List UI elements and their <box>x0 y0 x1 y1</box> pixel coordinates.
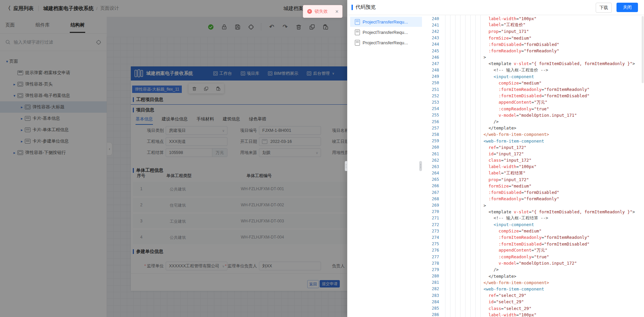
code-text: <template v-slot="{ formItemDisabled, fo… <box>443 61 635 66</box>
code-text: v-model="modelOption.input_171" <box>443 113 577 118</box>
line-number: 286 <box>424 312 443 317</box>
code-line: 258 </web-form-item-component> <box>424 131 642 138</box>
code-text: v-model="modelOption.input_172" <box>443 261 577 266</box>
code-line: 268 :formReadonly="formReadonly" <box>424 196 642 202</box>
line-number: 284 <box>424 300 443 304</box>
code-text: <input-component <box>443 222 534 227</box>
line-number: 283 <box>424 293 443 298</box>
line-number: 258 <box>424 132 443 137</box>
scrollbar[interactable] <box>642 16 644 83</box>
code-line: 285 class="select_29" <box>424 305 642 311</box>
code-line: 247 <template v-slot="{ formItemDisabled… <box>424 60 642 67</box>
code-text: > <box>443 203 486 208</box>
code-line: 244 :formDisabled="formDisabled" <box>424 41 642 48</box>
file-item[interactable]: ProjectTransferRequ... <box>350 27 422 37</box>
line-number: 260 <box>424 145 443 150</box>
line-number: 277 <box>424 255 443 259</box>
line-number: 249 <box>424 74 443 79</box>
code-line: 282 <web-form-item-component <box>424 286 642 292</box>
code-text: compSize="medium" <box>443 81 542 86</box>
code-line: 266 formSize="medium" <box>424 183 642 189</box>
code-text: id="input_172" <box>443 151 524 156</box>
close-button[interactable]: 关闭 <box>616 3 638 12</box>
code-line: 286 label-width="100px" <box>424 312 642 317</box>
line-number: 257 <box>424 126 443 130</box>
line-number: 254 <box>424 106 443 111</box>
code-line: 281 </web-form-item-component> <box>424 279 642 286</box>
line-number: 253 <box>424 100 443 105</box>
line-number: 269 <box>424 203 443 208</box>
code-lines: 240 label-width="100px"241 label="工程造价"2… <box>424 15 642 317</box>
line-number: 274 <box>424 235 443 240</box>
code-line: 251 :formItemReadonly="formItemReadonly" <box>424 86 642 93</box>
line-number: 263 <box>424 164 443 169</box>
code-line: 261 id="input_172" <box>424 151 642 157</box>
drawer-title: 代码预览 <box>356 4 376 10</box>
code-line: 250 compSize="medium" <box>424 80 642 86</box>
line-number: 266 <box>424 183 443 188</box>
code-text: label-width="100px" <box>443 312 536 317</box>
code-line: 246 > <box>424 54 642 60</box>
code-editor[interactable]: 240 label-width="100px"241 label="工程造价"2… <box>424 15 642 317</box>
line-number: 240 <box>424 16 443 21</box>
code-line: 256 /> <box>424 118 642 125</box>
code-text: class="select_29" <box>443 306 531 311</box>
code-text: :formItemReadonly="formItemReadonly" <box>443 235 590 240</box>
code-text: </template> <box>443 274 516 279</box>
code-line: 255 v-model="modelOption.input_171" <box>424 112 642 118</box>
download-button[interactable]: 下载 <box>596 3 612 13</box>
line-number: 271 <box>424 216 443 220</box>
code-line: 274 :formItemReadonly="formItemReadonly" <box>424 234 642 241</box>
code-text: formSize="medium" <box>443 36 531 41</box>
code-text: <!-- 输入框-工程造价 --> <box>443 67 548 73</box>
code-line: 284 id="select_29" <box>424 299 642 305</box>
line-number: 275 <box>424 242 443 246</box>
code-text: label="工程结算" <box>443 170 526 176</box>
code-text: prop="input_172" <box>443 177 529 182</box>
code-line: 248 <!-- 输入框-工程造价 --> <box>424 67 642 73</box>
line-number: 251 <box>424 87 443 92</box>
panel-resize-handle[interactable] <box>345 161 347 171</box>
code-text: formSize="medium" <box>443 183 531 189</box>
line-number: 272 <box>424 222 443 227</box>
line-number: 255 <box>424 113 443 117</box>
code-text: class="input_172" <box>443 158 531 163</box>
file-item[interactable]: ProjectTransferRequ... <box>350 17 422 27</box>
code-line: 264 label="工程结算" <box>424 170 642 176</box>
file-item[interactable]: ProjectTransferRequ... <box>350 38 422 48</box>
code-line: 240 label-width="100px" <box>424 15 642 22</box>
line-number: 243 <box>424 36 443 40</box>
code-text: label="工程造价" <box>443 22 526 28</box>
code-line: 272 <input-component <box>424 221 642 228</box>
line-number: 285 <box>424 306 443 311</box>
dim-overlay <box>0 0 347 317</box>
line-number: 264 <box>424 171 443 175</box>
toast-close-icon[interactable]: ✕ <box>335 9 339 14</box>
code-line: 265 prop="input_172" <box>424 176 642 183</box>
line-number: 281 <box>424 280 443 285</box>
code-text: id="select_29" <box>443 299 524 304</box>
file-name: ProjectTransferRequ... <box>363 40 408 45</box>
code-text: </web-form-item-component> <box>443 132 549 137</box>
code-text: appendContent="万元" <box>443 100 547 105</box>
code-line: 245 :formReadonly="formReadonly" <box>424 48 642 54</box>
document-icon <box>355 19 360 25</box>
code-text: :formItemDisabled="formItemDisabled" <box>443 242 590 247</box>
code-resize-handle[interactable] <box>419 161 422 171</box>
code-line: 278 v-model="modelOption.input_172" <box>424 260 642 266</box>
code-line: 280 </template> <box>424 273 642 279</box>
code-line: 269 > <box>424 202 642 208</box>
code-line: 252 :formItemDisabled="formItemDisabled" <box>424 93 642 99</box>
line-number: 276 <box>424 248 443 253</box>
code-line: 279 /> <box>424 266 642 273</box>
document-icon <box>355 40 360 46</box>
code-line: 276 appendContent="万元" <box>424 247 642 254</box>
line-number: 248 <box>424 68 443 72</box>
code-line: 243 formSize="medium" <box>424 35 642 41</box>
line-number: 278 <box>424 261 443 266</box>
code-line: 249 <input-component <box>424 73 642 80</box>
code-text: /> <box>443 119 499 124</box>
line-number: 241 <box>424 23 443 28</box>
line-number: 252 <box>424 94 443 98</box>
line-number: 244 <box>424 42 443 47</box>
